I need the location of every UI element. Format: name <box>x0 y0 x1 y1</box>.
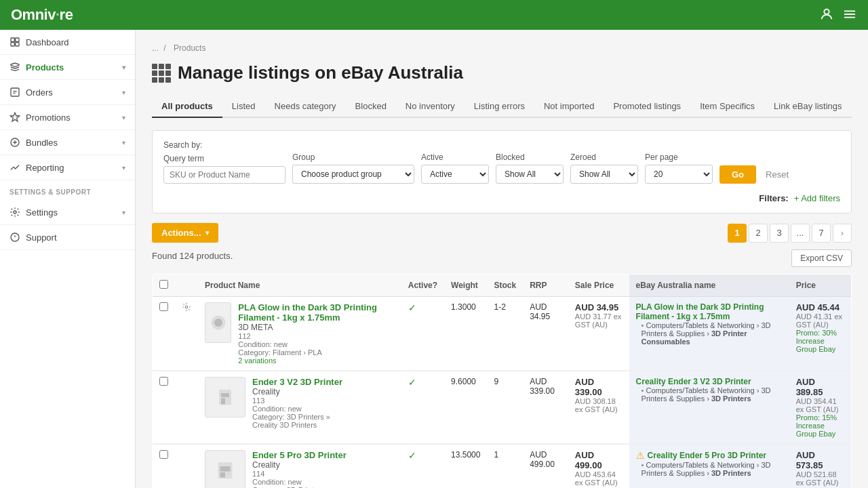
active-filter-group: Active Active All Inactive <box>421 152 489 184</box>
page-btn-ellipsis: ... <box>791 224 810 243</box>
col-active: Active? <box>401 274 444 297</box>
svg-rect-7 <box>16 43 19 46</box>
sidebar-item-support[interactable]: Support <box>0 225 135 250</box>
tab-needs-category[interactable]: Needs category <box>265 96 346 118</box>
row-1-active: ✓ <box>401 297 444 371</box>
product-table: Product Name Active? Weight Stock RRP Sa… <box>152 274 852 488</box>
page-btn-7[interactable]: 7 <box>812 224 831 243</box>
sidebar-item-dashboard[interactable]: Dashboard <box>0 30 135 55</box>
col-product-name: Product Name <box>198 274 401 297</box>
add-filters-button[interactable]: + Add filters <box>794 193 840 203</box>
sidebar-label-reporting: Reporting <box>26 163 64 173</box>
active-select[interactable]: Active All Inactive <box>421 165 489 184</box>
sidebar-label-dashboard: Dashboard <box>26 37 69 47</box>
tab-not-imported[interactable]: Not imported <box>534 96 604 118</box>
row-1-promo: Promo: 30% Increase <box>796 329 844 345</box>
zeroed-label: Zeroed <box>570 152 638 162</box>
row-1-name-link[interactable]: PLA Glow in the Dark 3D Printing Filamen… <box>238 302 377 323</box>
row-3-ebay-name: ⚠ Creality Ender 5 Pro 3D Printer Comput… <box>629 444 789 488</box>
page-btn-next[interactable]: › <box>833 224 852 243</box>
group-label: Group <box>292 152 414 162</box>
row-1-ebay-name: PLA Glow in the Dark 3D Printing Filamen… <box>629 297 789 371</box>
tab-link-ebay[interactable]: Link eBay listings <box>764 96 851 118</box>
row-3-active-check: ✓ <box>408 450 416 461</box>
tab-listed[interactable]: Listed <box>222 96 265 118</box>
top-nav: Omniv·re <box>0 0 868 30</box>
menu-icon[interactable] <box>842 7 857 24</box>
svg-point-15 <box>214 319 222 327</box>
top-nav-icons <box>819 7 857 24</box>
query-term-group: Query term <box>163 154 285 184</box>
row-3-active: ✓ <box>401 444 444 488</box>
chevron-products: ▾ <box>122 64 125 71</box>
tab-blocked[interactable]: Blocked <box>346 96 396 118</box>
row-1-ebay-link[interactable]: PLA Glow in the Dark 3D Printing Filamen… <box>636 302 764 321</box>
svg-rect-6 <box>11 43 14 46</box>
export-csv-button[interactable]: Export CSV <box>791 249 852 267</box>
zeroed-select[interactable]: Show All Yes No <box>570 165 638 184</box>
breadcrumb-parent[interactable]: ... <box>152 43 159 53</box>
pagination: 1 2 3 ... 7 › <box>728 224 852 243</box>
go-button[interactable]: Go <box>719 165 756 184</box>
row-1-group-ebay[interactable]: Group Ebay <box>796 345 844 353</box>
row-3-weight: 13.5000 <box>444 444 487 488</box>
chevron-reporting: ▾ <box>122 164 125 171</box>
row-2-product: Ender 3 V2 3D Printer Creality 113 Condi… <box>198 371 401 444</box>
found-text: Found 124 products. <box>152 251 233 261</box>
row-2-ebay-link[interactable]: Creality Ender 3 V2 3D Printer <box>636 377 751 386</box>
actions-button[interactable]: Actions... ▾ <box>152 223 218 243</box>
row-2-checkbox[interactable] <box>159 377 168 386</box>
row-1-thumb <box>205 302 231 343</box>
sidebar-label-settings: Settings <box>26 207 58 218</box>
row-2-name-link[interactable]: Ender 3 V2 3D Printer <box>252 377 342 387</box>
row-1-info: PLA Glow in the Dark 3D Printing Filamen… <box>238 302 394 365</box>
tab-item-specifics[interactable]: Item Specifics <box>690 96 764 118</box>
row-1-variations[interactable]: 2 variations <box>238 357 394 365</box>
row-1-checkbox[interactable] <box>159 302 168 311</box>
query-term-input[interactable] <box>163 166 285 184</box>
sidebar-label-support: Support <box>26 232 57 243</box>
row-3-info: Ender 5 Pro 3D Printer Creality 114 Cond… <box>252 450 347 488</box>
row-1-product: PLA Glow in the Dark 3D Printing Filamen… <box>198 297 401 371</box>
sidebar-label-promotions: Promotions <box>26 113 71 123</box>
sidebar-item-promotions[interactable]: Promotions ▾ <box>0 105 135 130</box>
sidebar-item-orders[interactable]: Orders ▾ <box>0 80 135 105</box>
col-rrp: RRP <box>523 274 568 297</box>
svg-rect-21 <box>220 466 231 472</box>
col-stock: Stock <box>487 274 523 297</box>
user-icon[interactable] <box>819 7 834 24</box>
page-btn-3[interactable]: 3 <box>770 224 789 243</box>
row-3-checkbox[interactable] <box>159 450 168 459</box>
row-3-ebay-link[interactable]: Creality Ender 5 Pro 3D Printer <box>648 451 766 460</box>
row-1-sale-price: AUD 34.95 AUD 31.77 ex GST (AU) <box>568 297 629 371</box>
sidebar-item-bundles[interactable]: Bundles ▾ <box>0 130 135 155</box>
page-btn-1[interactable]: 1 <box>728 224 747 243</box>
breadcrumb-separator: / <box>163 43 165 53</box>
search-by-label: Search by: <box>163 140 791 150</box>
page-btn-2[interactable]: 2 <box>749 224 768 243</box>
svg-rect-18 <box>221 393 229 397</box>
grid-icon <box>152 64 171 83</box>
row-2-rrp: AUD 339.00 <box>523 371 568 444</box>
tab-listing-errors[interactable]: Listing errors <box>465 96 534 118</box>
zeroed-filter-group: Zeroed Show All Yes No <box>570 152 638 184</box>
row-3-thumb <box>205 450 245 488</box>
row-3-name-link[interactable]: Ender 5 Pro 3D Printer <box>252 450 347 460</box>
tab-no-inventory[interactable]: No inventory <box>396 96 465 118</box>
row-2-group-ebay[interactable]: Group Ebay <box>796 430 844 438</box>
group-select[interactable]: Choose product group <box>292 165 414 184</box>
select-all-checkbox[interactable] <box>159 280 168 289</box>
blocked-select[interactable]: Show All Yes No <box>496 165 564 184</box>
tab-all-products[interactable]: All products <box>152 96 222 118</box>
svg-rect-5 <box>16 38 19 41</box>
sidebar-item-products[interactable]: Products ▾ <box>0 55 135 80</box>
row-2-category-path: Computers/Tablets & Networking › 3D Prin… <box>636 386 783 403</box>
active-label: Active <box>421 152 489 162</box>
sidebar-item-reporting[interactable]: Reporting ▾ <box>0 155 135 180</box>
reset-button[interactable]: Reset <box>763 165 791 184</box>
per-page-select[interactable]: 20 50 100 <box>645 165 713 184</box>
row-1-edit-icon[interactable] <box>182 304 191 314</box>
sidebar-item-settings[interactable]: Settings ▾ <box>0 200 135 225</box>
col-ebay-name: eBay Australia name <box>629 274 789 297</box>
tab-promoted[interactable]: Promoted listings <box>604 96 690 118</box>
